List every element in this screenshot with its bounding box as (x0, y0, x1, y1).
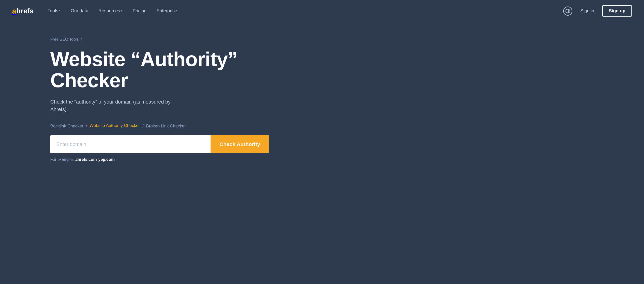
tool-link-backlink-checker[interactable]: Backlink Checker (50, 124, 83, 129)
tool-link-broken-link-checker[interactable]: Broken Link Checker (146, 124, 186, 129)
tool-link-website-authority-checker[interactable]: Website Authority Checker (90, 123, 140, 129)
signup-button[interactable]: Sign up (602, 5, 632, 17)
page-title: Website “Authority” Checker (50, 49, 290, 91)
breadcrumb-separator: / (81, 37, 82, 42)
tool-sep-2: / (142, 124, 144, 129)
nav-item-enterprise[interactable]: Enterprise (152, 6, 181, 16)
breadcrumb: Free SEO Tools / (50, 37, 290, 42)
chevron-down-icon: ▾ (59, 9, 61, 13)
globe-icon (565, 9, 570, 14)
nav-item-pricing[interactable]: Pricing (129, 6, 150, 16)
example-domain-2[interactable]: yep.com (98, 157, 115, 162)
tool-sep-1: / (86, 124, 87, 129)
domain-input[interactable] (50, 135, 211, 153)
logo-hrefs: hrefs (16, 7, 33, 15)
globe-button[interactable] (563, 7, 572, 16)
check-authority-button[interactable]: Check Authority (211, 135, 269, 153)
tool-links: Backlink Checker / Website Authority Che… (50, 123, 290, 129)
nav-links: Tools ▾ Our data Resources ▾ Pricing Ent… (44, 6, 563, 16)
main-nav: ahrefs Tools ▾ Our data Resources ▾ Pric… (0, 0, 644, 22)
example-prefix: For example, (50, 157, 74, 162)
example-text: For example, ahrefs.com yep.com (50, 157, 290, 162)
nav-item-tools[interactable]: Tools ▾ (44, 6, 65, 16)
nav-item-resources[interactable]: Resources ▾ (94, 6, 127, 16)
search-form: Check Authority (50, 135, 269, 153)
page-subtitle: Check the “authority” of your domain (as… (50, 98, 181, 113)
example-domain-1[interactable]: ahrefs.com (75, 157, 97, 162)
main-content: Free SEO Tools / Website “Authority” Che… (0, 22, 302, 182)
nav-item-ourdata[interactable]: Our data (67, 6, 92, 16)
logo-a: a (12, 7, 16, 15)
chevron-down-icon-resources: ▾ (121, 9, 123, 13)
nav-right: Sign in Sign up (563, 5, 632, 17)
signin-link[interactable]: Sign in (577, 6, 597, 16)
breadcrumb-parent[interactable]: Free SEO Tools (50, 37, 79, 42)
logo[interactable]: ahrefs (12, 7, 44, 15)
